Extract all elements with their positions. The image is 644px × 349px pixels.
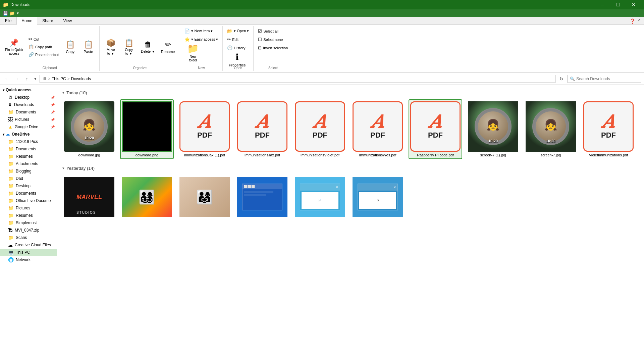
sidebar-item-office-live[interactable]: 📁 Office Live Docume [0,197,57,204]
sidebar-item-pictures-od[interactable]: 📁 Pictures [0,204,57,212]
quick-dropdown-icon[interactable]: ▼ [16,11,19,15]
file-item-screen7[interactable]: 👧 10:20 screen-7.jpg [524,99,578,159]
sidebar-item-desktop-od[interactable]: 📁 Desktop [0,182,57,190]
file-item-lightblue2[interactable]: ✕ ⚙ [351,175,405,219]
copy-to-button[interactable]: 📋 Copyto ▼ [120,37,137,57]
sidebar-item-dad[interactable]: 📁 Dad [0,175,57,182]
minimize-button[interactable]: ─ [595,0,610,9]
easy-access-button[interactable]: ⭐ ▾ Easy access ▾ [183,36,220,43]
breadcrumb-sep1: > [48,77,50,81]
select-none-icon: ☐ [258,37,262,42]
today-group-header[interactable]: ▾ Today (10) [62,90,639,95]
file-item-immjax[interactable]: 𝐴 PDF ImmunizationsJax.pdf [235,99,289,159]
sidebar-item-mvi-zip[interactable]: 🗜 MVI_0347.zip [0,227,57,234]
sidebar-onedrive-header[interactable]: ▾ ☁ OneDrive [0,131,57,138]
tab-share[interactable]: Share [37,17,58,25]
history-button[interactable]: 🕐 History [225,44,247,51]
tab-file[interactable]: File [0,17,16,25]
search-box[interactable]: 🔍 [568,75,641,83]
file-item-family2[interactable]: 👨‍👩‍👧 [178,175,231,219]
move-to-button[interactable]: 📦 Moveto ▼ [102,37,119,57]
sidebar-item-downloads[interactable]: ⬇ Downloads 📌 [0,101,57,108]
up-button[interactable]: ↑ [23,75,31,83]
file-item-download-jpg[interactable]: 👧 10:20 download.jpg [62,99,116,159]
sidebar-item-simplemost[interactable]: 📁 Simplemost [0,219,57,227]
breadcrumb-downloads[interactable]: Downloads [71,77,91,81]
file-item-marvel[interactable]: MARVEL STUDIOS [62,175,116,219]
adobe-symbol-5: 𝐴 [429,113,442,131]
paste-button[interactable]: 📋 Paste [80,37,97,57]
copy-button[interactable]: 📋 Copy [62,37,78,57]
new-folder-button[interactable]: 📁 Newfolder [183,46,203,59]
file-item-screen71[interactable]: 👧 10:20 screen-7 (1).jpg [466,99,520,159]
edit-button[interactable]: ✏ Edit [225,36,240,43]
sidebar-item-pictures[interactable]: 🖼 Pictures 📌 [0,116,57,123]
onedrive-label: OneDrive [12,132,30,137]
quick-access-label: Quick access [6,88,32,92]
history-icon: 🕐 [227,45,232,50]
refresh-button[interactable]: ↻ [557,75,566,83]
sidebar-item-112019-pics[interactable]: 📁 112019 Pics [0,138,57,145]
pdf-text-5: PDF [428,131,443,140]
sidebar-item-documents[interactable]: 📁 Documents 📌 [0,108,57,116]
select-all-button[interactable]: ☑ Select all [256,28,280,35]
file-item-download-png[interactable]: download.png [120,99,174,159]
search-input[interactable] [576,77,639,81]
sidebar-item-documents-od2[interactable]: 📁 Documents [0,190,57,197]
file-item-immwes[interactable]: 𝐴 PDF ImmunizationsWes.pdf [351,99,405,159]
sidebar-item-documents-od[interactable]: 📁 Documents [0,145,57,153]
yesterday-label: Yesterday (14) [66,166,95,171]
back-button[interactable]: ← [3,75,11,83]
sidebar-item-google-drive[interactable]: ▲ Google Drive 📌 [0,123,57,131]
file-item-violet-imm[interactable]: 𝐴 PDF VioletImmunizations.pdf [582,99,635,159]
studios-text: STUDIOS [76,211,96,214]
file-item-immjax1[interactable]: 𝐴 PDF ImmunizationsJax (1).pdf [178,99,231,159]
file-item-immviolet[interactable]: 𝐴 PDF ImmunizationsViolet.pdf [293,99,347,159]
properties-button[interactable]: ℹ Properties [225,53,249,66]
sidebar-item-creative-cloud[interactable]: ☁ Creative Cloud Files [0,241,57,249]
recent-locations-button[interactable]: ▾ [33,75,38,83]
restore-button[interactable]: ❐ [610,0,626,9]
quick-save-icon[interactable]: 💾 [3,11,8,16]
invert-selection-button[interactable]: ⊟ Invert selection [256,44,289,51]
new-item-button[interactable]: 📄 ▾ New item ▾ [183,28,214,35]
select-none-button[interactable]: ☐ Select none [256,36,284,43]
breadcrumb-this-pc[interactable]: This PC [52,77,66,81]
paste-shortcut-button[interactable]: 🔗 Paste shortcut [27,51,60,58]
file-item-blue[interactable]: ⬜⬜⬜ [235,175,289,219]
cut-button[interactable]: ✂ Cut [27,36,60,43]
address-path[interactable]: 🖥 > This PC > Downloads [40,75,555,83]
immwes-name: ImmunizationsWes.pdf [359,153,396,157]
open-button[interactable]: 📂 ▾ Open ▾ [225,28,251,35]
easy-access-icon: ⭐ [184,37,190,42]
tab-view[interactable]: View [58,17,77,25]
pin-to-quick-button[interactable]: 📌 Pin to Quickaccess [3,37,25,57]
delete-button[interactable]: 🗑 Delete ▼ [139,37,157,57]
tab-home[interactable]: Home [16,17,37,25]
pdf-text-2: PDF [255,131,270,140]
quick-folder-icon[interactable]: 📁 [9,11,15,16]
download-jpg-thumb: 👧 10:20 [64,101,114,152]
rename-button[interactable]: ✏ Rename [159,37,177,57]
edit-icon: ✏ [227,37,231,42]
close-button[interactable]: ✕ [626,0,641,9]
file-item-family[interactable]: 👨‍👩‍👧‍👦 [120,175,174,219]
invert-icon: ⊟ [258,45,262,50]
sidebar-quick-access-header[interactable]: ▾ Quick access [0,86,57,94]
ribbon-help-icon[interactable]: ❓ [630,18,635,24]
file-item-lightblue[interactable]: ✕ 📄 [293,175,347,219]
sidebar-item-network[interactable]: 🌐 Network [0,256,57,263]
sidebar-item-scans[interactable]: 📁 Scans [0,234,57,241]
sidebar-item-this-pc[interactable]: 💻 This PC [0,249,57,256]
sidebar-item-attachments[interactable]: 📁 Attachments [0,160,57,167]
sidebar-item-blogging[interactable]: 📁 Blogging [0,167,57,175]
yesterday-group-header[interactable]: ▾ Yesterday (14) [62,166,639,171]
ribbon-expand-icon[interactable]: ⌃ [637,18,641,24]
new-item-icon: 📄 [184,29,190,34]
sidebar-item-desktop[interactable]: 🖥 Desktop 📌 [0,94,57,101]
forward-button[interactable]: → [13,75,21,83]
copy-path-button[interactable]: 📋 Copy path [27,43,60,50]
sidebar-item-resumes[interactable]: 📁 Resumes [0,153,57,160]
sidebar-item-resumes-od[interactable]: 📁 Resumes [0,212,57,219]
file-item-raspberry[interactable]: 𝐴 PDF Raspberry PI code.pdf [409,99,462,159]
